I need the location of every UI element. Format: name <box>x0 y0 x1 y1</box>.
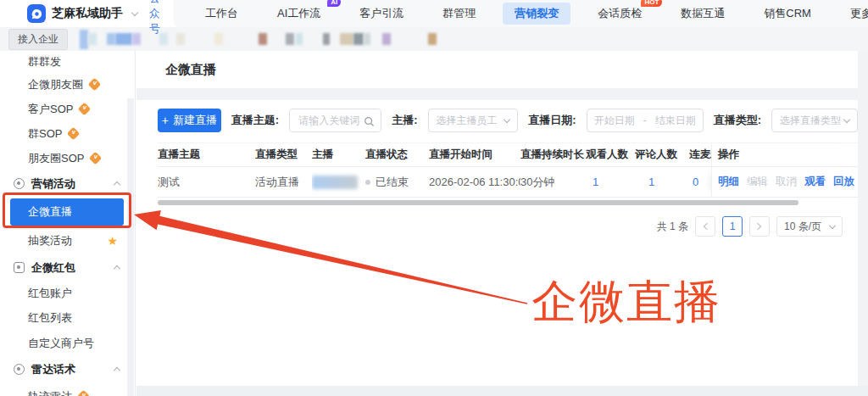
sidebar-item-label: 朋友圈SOP <box>28 151 84 166</box>
action-detail[interactable]: 明细 <box>718 175 739 189</box>
star-icon <box>107 234 118 248</box>
date-end-placeholder: 结束日期 <box>655 114 696 128</box>
date-separator: - <box>643 114 647 126</box>
nav-item-sales-crm[interactable]: 销售CRM <box>752 3 823 25</box>
chevron-left-icon <box>704 223 710 230</box>
vip-badge-icon <box>77 390 91 396</box>
nav-item-label: AI工作流 <box>277 7 320 20</box>
cell-anchor <box>312 167 365 197</box>
live-type-select[interactable]: 选择直播类型 <box>771 109 858 132</box>
sidebar-item-wecom-live[interactable]: 企微直播 <box>10 198 124 226</box>
comments-count-link[interactable]: 1 <box>635 176 654 188</box>
sidebar-item-label: 企微朋友圈 <box>28 77 83 92</box>
page-size-select[interactable]: 10 条/页 <box>776 216 843 237</box>
col-viewers: 观看人数 <box>586 143 635 166</box>
theme-filter-label: 直播主题: <box>231 113 279 128</box>
next-page-button[interactable] <box>749 216 770 237</box>
nav-item-label: 会话质检 <box>598 7 642 20</box>
horizontal-scrollbar[interactable] <box>158 200 798 205</box>
table-header-row: 直播主题 直播类型 主播 直播状态 直播开始时间 直播持续时长 观看人数 评论人… <box>158 143 858 167</box>
sidebar-section-wecom-red-packet[interactable]: 企微红包 <box>0 254 135 281</box>
anchor-select[interactable]: 选择主播员工 <box>428 109 519 132</box>
blurred-tabs <box>80 27 437 51</box>
action-watch[interactable]: 观看 <box>804 175 826 189</box>
type-filter-label: 直播类型: <box>714 113 761 128</box>
nav-item-label: 更多 <box>850 7 868 20</box>
page-title: 企微直播 <box>165 62 216 78</box>
cell-mic: 0 <box>689 167 711 197</box>
sidebar-item-group-mass-send[interactable]: 群群发 <box>0 51 135 72</box>
sidebar-section-label: 营销活动 <box>31 176 75 192</box>
sidebar-item-customer-sop[interactable]: 客户SOP <box>0 97 135 121</box>
sidebar-item-lottery-activity[interactable]: 抽奖活动 <box>0 227 135 254</box>
plus-icon <box>162 114 169 127</box>
account-type-link[interactable]: 公众号 <box>149 0 160 36</box>
vip-badge-icon <box>78 103 92 116</box>
chevron-up-icon <box>114 181 120 188</box>
col-status: 直播状态 <box>365 143 429 166</box>
sidebar-item-red-packet-account[interactable]: 红包账户 <box>0 281 135 305</box>
cell-actions: 明细 编辑 取消 观看 回放 <box>711 167 858 197</box>
nav-item-group-management[interactable]: 群管理 <box>431 3 487 25</box>
sidebar-item-label: 抽奖活动 <box>28 233 72 248</box>
nav-item-chat-inspection[interactable]: 会话质检 HOT <box>586 3 654 25</box>
nav-item-ai-workflow[interactable]: AI工作流 AI <box>265 3 332 25</box>
sidebar-selected-wrap: 企微直播 <box>0 197 135 227</box>
mic-count-link[interactable]: 0 <box>689 176 698 188</box>
connect-enterprise-button[interactable]: 接入企业 <box>8 29 68 50</box>
nav-item-data-sync[interactable]: 数据互通 <box>669 3 737 25</box>
chevron-down-icon <box>843 116 850 123</box>
sidebar-item-group-sop[interactable]: 群SOP <box>0 121 135 146</box>
new-live-button[interactable]: 新建直播 <box>158 109 221 132</box>
page-size-value: 10 条/页 <box>784 220 821 234</box>
nav-item-marketing-fission[interactable]: 营销裂变 <box>503 3 570 25</box>
search-icon[interactable] <box>364 115 375 131</box>
sidebar-item-label: 轨迹雷达 <box>28 389 72 396</box>
date-start-placeholder: 开始日期 <box>594 114 635 128</box>
anchor-select-placeholder: 选择主播员工 <box>437 114 498 128</box>
ai-badge: AI <box>327 0 341 7</box>
chevron-right-icon <box>754 223 761 230</box>
nav-item-more[interactable]: 更多 <box>838 3 868 25</box>
brand[interactable]: 芝麻私域助手 <box>0 4 137 23</box>
sidebar-item-track-radar[interactable]: 轨迹雷达 <box>0 382 135 396</box>
cell-status: 已结束 <box>365 167 429 197</box>
vip-badge-icon <box>89 152 103 165</box>
page-scrollbar-gutter[interactable] <box>858 51 868 386</box>
chevron-up-icon <box>114 367 120 374</box>
action-cancel: 取消 <box>776 175 797 189</box>
chevron-down-icon <box>131 9 138 16</box>
date-range-picker[interactable]: 开始日期 - 结束日期 <box>587 109 704 132</box>
new-live-button-label: 新建直播 <box>173 113 217 128</box>
sidebar-item-red-packet-list[interactable]: 红包列表 <box>0 305 135 331</box>
sidebar-item-wecom-moments[interactable]: 企微朋友圈 <box>0 72 135 97</box>
nav-item-customer-acquisition[interactable]: 客户引流 <box>348 3 415 25</box>
type-select-placeholder: 选择直播类型 <box>780 114 841 128</box>
campaign-icon <box>14 178 25 189</box>
bottom-gutter <box>136 386 868 396</box>
cell-start-time: 2026-02-06 11:30:00 <box>429 167 520 197</box>
live-list-card: 新建直播 直播主题: 主播: 选择主播员工 直播日期: 开始日期 - 结束日期 … <box>136 100 858 386</box>
col-anchor: 主播 <box>312 143 365 166</box>
col-start-time: 直播开始时间 <box>429 143 520 166</box>
nav-item-workbench[interactable]: 工作台 <box>193 3 250 25</box>
action-replay[interactable]: 回放 <box>833 175 854 189</box>
viewers-count-link[interactable]: 1 <box>586 176 598 188</box>
prev-page-button[interactable] <box>695 216 715 237</box>
page-number-button[interactable]: 1 <box>722 216 743 237</box>
page-header: 企微直播 <box>136 51 858 89</box>
vip-badge-icon <box>67 127 81 141</box>
cell-comments: 1 <box>635 167 689 197</box>
main-nav: 工作台 AI工作流 AI 客户引流 群管理 营销裂变 会话质检 HOT 数据互通… <box>174 0 868 27</box>
sidebar-item-moments-sop[interactable]: 朋友圈SOP <box>0 146 135 170</box>
sidebar: 群群发 企微朋友圈 客户SOP 群SOP 朋友圈SOP 营销活动 企微直播 抽奖… <box>0 51 136 396</box>
top-navigation-bar: 芝麻私域助手 公众号 工作台 AI工作流 AI 客户引流 群管理 营销裂变 会话… <box>0 0 868 27</box>
sidebar-section-marketing-activities[interactable]: 营销活动 <box>0 170 135 197</box>
sidebar-section-radar-script[interactable]: 雷达话术 <box>0 356 135 382</box>
enterprise-tabs-bar: 接入企业 <box>0 27 868 51</box>
app-logo-icon <box>27 4 46 23</box>
status-dot-icon <box>365 180 370 185</box>
sidebar-item-custom-merchant-id[interactable]: 自定义商户号 <box>0 331 135 356</box>
cell-duration: 30分钟 <box>520 167 586 197</box>
sidebar-scrollbar-track[interactable] <box>127 98 134 396</box>
